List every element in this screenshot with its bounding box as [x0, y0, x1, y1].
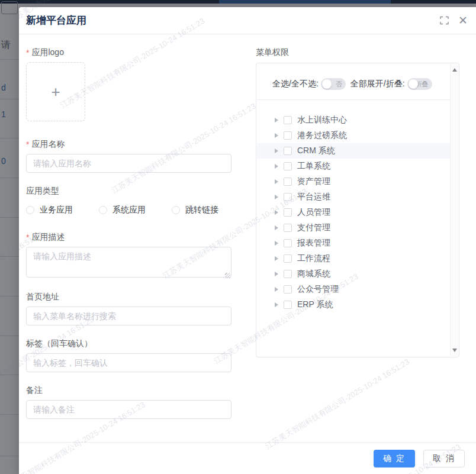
radio-circle-icon: [172, 206, 180, 214]
chevron-right-icon[interactable]: [275, 210, 278, 215]
logo-label: * 应用logo: [26, 47, 231, 58]
tree-row[interactable]: 资产管理: [275, 174, 450, 189]
checkbox[interactable]: [284, 193, 292, 201]
chevron-right-icon[interactable]: [275, 118, 278, 122]
tree-row[interactable]: 公众号管理: [275, 282, 450, 297]
dialog-body: * 应用logo + * 应用名称 应用类型 业务应用: [19, 34, 476, 419]
check-all-label: 全选/全不选:: [272, 79, 319, 89]
tree-row-label: 公众号管理: [297, 284, 339, 295]
tree-row[interactable]: ERP 系统: [275, 297, 450, 312]
menu-tree: 水上训练中心 港务过磅系统: [257, 100, 450, 312]
expand-all-label: 全部展开/折叠:: [350, 79, 405, 89]
chevron-right-icon[interactable]: [275, 164, 278, 169]
tree-row[interactable]: CRM 系统: [257, 143, 450, 159]
app-name-input[interactable]: [26, 154, 231, 173]
tree-row[interactable]: 支付管理: [275, 220, 450, 236]
checkbox[interactable]: [284, 270, 292, 278]
dialog-footer: 确 定 取 消: [19, 442, 476, 474]
required-mark: *: [26, 233, 29, 242]
checkbox[interactable]: [284, 254, 292, 263]
tree-row-label: 平台运维: [297, 192, 330, 202]
textarea-resize-handle[interactable]: [225, 273, 230, 278]
tree-row-label: CRM 系统: [297, 146, 335, 156]
radio-jump-link[interactable]: 跳转链接: [172, 205, 218, 215]
tree-row[interactable]: 平台运维: [275, 189, 450, 205]
checkbox[interactable]: [284, 301, 292, 309]
required-mark: *: [26, 140, 29, 149]
chevron-right-icon[interactable]: [275, 225, 278, 230]
fullscreen-icon[interactable]: [440, 16, 449, 25]
tree-row[interactable]: 水上训练中心: [275, 112, 450, 128]
chevron-right-icon[interactable]: [275, 133, 278, 138]
chevron-right-icon[interactable]: [275, 149, 278, 153]
tree-scrollbar[interactable]: [450, 64, 458, 356]
app-type-label: 应用类型: [26, 186, 231, 196]
checkbox[interactable]: [284, 116, 292, 124]
checkbox[interactable]: [284, 147, 292, 155]
chevron-right-icon[interactable]: [275, 241, 278, 246]
tree-row-label: 工单系统: [297, 161, 330, 172]
menu-permission-panel: 全选/全不选: 否 全部展开/折叠: 折叠: [256, 63, 459, 357]
checkbox[interactable]: [284, 285, 292, 294]
homepage-label: 首页地址: [26, 292, 231, 302]
scroll-up-icon[interactable]: [451, 65, 459, 75]
tree-toolbar: 全选/全不选: 否 全部展开/折叠: 折叠: [257, 64, 450, 90]
tree-row-label: 工作流程: [297, 253, 330, 264]
app-description-label: * 应用描述: [26, 232, 231, 243]
radio-circle-icon: [99, 206, 107, 214]
chevron-right-icon[interactable]: [275, 256, 278, 261]
required-mark: *: [26, 48, 29, 57]
dialog-header: 新增平台应用 ✕: [19, 7, 476, 34]
app-form: * 应用logo + * 应用名称 应用类型 业务应用: [26, 47, 231, 419]
app-description-textarea[interactable]: [26, 247, 231, 278]
radio-circle-icon: [26, 206, 34, 214]
tree-row[interactable]: 人员管理: [275, 205, 450, 220]
tree-row-label: 港务过磅系统: [297, 130, 347, 141]
remark-label: 备注: [26, 385, 231, 396]
tags-label: 标签（回车确认）: [26, 338, 231, 349]
checkbox[interactable]: [284, 208, 292, 217]
checkbox[interactable]: [284, 178, 292, 186]
toggle-state-label: 否: [336, 80, 342, 89]
remark-input[interactable]: [26, 400, 231, 419]
close-icon[interactable]: ✕: [458, 15, 468, 26]
checkbox[interactable]: [284, 239, 292, 247]
tree-row[interactable]: 商城系统: [275, 266, 450, 282]
tags-input[interactable]: [26, 353, 231, 372]
tree-row[interactable]: 工作流程: [275, 251, 450, 266]
chevron-right-icon[interactable]: [275, 179, 278, 184]
tree-row-label: ERP 系统: [297, 299, 333, 310]
check-all-toggle[interactable]: 否: [321, 78, 346, 90]
checkbox[interactable]: [284, 162, 292, 170]
tree-row-label: 商城系统: [297, 269, 330, 279]
logo-upload-box[interactable]: +: [26, 62, 85, 121]
plus-icon: +: [51, 83, 60, 101]
chevron-right-icon[interactable]: [275, 287, 278, 292]
tree-row[interactable]: 工单系统: [275, 159, 450, 174]
radio-business-app[interactable]: 业务应用: [26, 205, 73, 215]
checkbox[interactable]: [284, 131, 292, 140]
checkbox[interactable]: [284, 224, 292, 232]
tree-row[interactable]: 港务过磅系统: [275, 128, 450, 143]
tree-row-label: 报表管理: [297, 238, 330, 249]
radio-system-app[interactable]: 系统应用: [99, 205, 146, 215]
menu-permission-section: 菜单权限 全选/全不选: 否 全部展开/折叠: 折叠: [256, 47, 459, 419]
expand-all-toggle[interactable]: 折叠: [407, 78, 432, 90]
scroll-down-icon[interactable]: [451, 346, 459, 355]
homepage-input[interactable]: [26, 307, 231, 325]
dialog-title: 新增平台应用: [26, 14, 86, 27]
app-type-radios: 业务应用 系统应用 跳转链接: [26, 205, 231, 215]
tree-row-label: 水上训练中心: [297, 115, 347, 125]
chevron-right-icon[interactable]: [275, 272, 278, 276]
confirm-button[interactable]: 确 定: [374, 450, 415, 467]
tree-row[interactable]: 报表管理: [275, 236, 450, 251]
toggle-knob: [409, 79, 418, 89]
tree-row-label: 支付管理: [297, 223, 330, 233]
tree-row-label: 资产管理: [297, 176, 330, 187]
tree-row-label: 人员管理: [297, 207, 330, 218]
chevron-right-icon[interactable]: [275, 302, 278, 307]
chevron-right-icon[interactable]: [275, 195, 278, 199]
add-platform-app-dialog: 新增平台应用 ✕ * 应用logo + * 应用名称: [19, 7, 476, 474]
cancel-button[interactable]: 取 消: [423, 450, 465, 467]
app-name-label: * 应用名称: [26, 139, 231, 150]
